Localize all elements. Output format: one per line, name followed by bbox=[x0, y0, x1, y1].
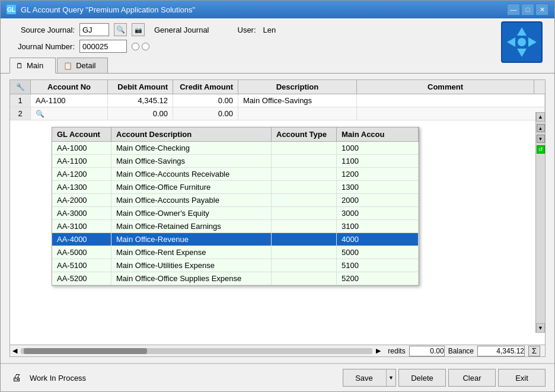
scroll-down-btn[interactable]: ▼ bbox=[536, 323, 545, 333]
clear-button[interactable]: Clear bbox=[448, 369, 496, 387]
vertical-scrollbar[interactable]: ▲ ▲ ▼ ↺ ▼ bbox=[535, 112, 545, 333]
radio-2[interactable] bbox=[142, 43, 149, 50]
save-dropdown-arrow[interactable]: ▼ bbox=[386, 369, 395, 386]
dropdown-row[interactable]: AA-1200 Main Office-Accounts Receivable … bbox=[52, 168, 419, 181]
dd-cell-main: 5200 bbox=[337, 272, 419, 285]
dd-cell-type bbox=[272, 155, 337, 167]
scroll-right-btn[interactable]: ▶ bbox=[374, 347, 383, 355]
tab-detail-label: Detail bbox=[76, 61, 95, 70]
dropdown-row[interactable]: AA-3100 Main Office-Retained Earnings 31… bbox=[52, 220, 419, 233]
source-journal-description: General Journal bbox=[154, 26, 209, 34]
grid-container: 🔧 Account No Debit Amount Credit Amount … bbox=[9, 79, 546, 357]
dropdown-row[interactable]: AA-2000 Main Office-Accounts Payable 200… bbox=[52, 194, 419, 207]
compass-center bbox=[518, 38, 526, 46]
grid-body: 1 AA-1100 4,345.12 0.00 Main Office-Savi… bbox=[10, 94, 545, 345]
cell-account-1[interactable]: AA-1100 bbox=[31, 94, 108, 107]
dropdown-row[interactable]: AA-3000 Main Office-Owner's Equity 3000 bbox=[52, 207, 419, 220]
footer-status: 🖨 Work In Process bbox=[9, 371, 338, 385]
dd-cell-main: 3100 bbox=[337, 220, 419, 232]
dd-cell-desc: Main Office-Rent Expense bbox=[111, 246, 272, 259]
account-dropdown[interactable]: GL Account Account Description Account T… bbox=[52, 127, 419, 286]
dd-cell-type bbox=[272, 272, 337, 285]
scroll-up-btn[interactable]: ▲ bbox=[536, 112, 545, 122]
dd-cell-type bbox=[272, 220, 337, 232]
title-bar: GL GL Account Query "Premium Application… bbox=[1, 1, 554, 18]
horizontal-scrollbar-area: ◀ ▶ redits Balance Σ bbox=[10, 345, 545, 356]
balance-section: redits Balance Σ bbox=[383, 346, 545, 356]
close-button[interactable]: ✕ bbox=[535, 4, 548, 15]
dd-cell-main: 3000 bbox=[337, 207, 419, 219]
dd-cell-desc: Main Office-Office Furniture bbox=[111, 181, 272, 193]
dd-cell-account: AA-5000 bbox=[52, 246, 111, 259]
balance-input[interactable] bbox=[477, 346, 525, 356]
tab-detail[interactable]: 📋 Detail bbox=[57, 58, 108, 73]
cell-account-2[interactable]: 🔍 bbox=[31, 107, 108, 120]
dd-cell-desc: Main Office-Accounts Payable bbox=[111, 194, 272, 206]
nav-compass[interactable] bbox=[501, 21, 543, 63]
delete-button[interactable]: Delete bbox=[398, 369, 446, 387]
save-label: Save bbox=[343, 374, 385, 383]
source-journal-browse-btn[interactable]: 📷 bbox=[132, 23, 145, 36]
cell-credit-1: 0.00 bbox=[173, 94, 238, 107]
dd-cell-account: AA-5100 bbox=[52, 259, 111, 272]
cell-debit-1: 4,345.12 bbox=[108, 94, 173, 107]
toolbar-row-1: Source Journal: 🔍 📷 General Journal User… bbox=[9, 23, 546, 36]
footer-buttons: Save ▼ Delete Clear Exit bbox=[343, 369, 546, 387]
maximize-button[interactable]: □ bbox=[521, 4, 534, 15]
radio-1[interactable] bbox=[132, 43, 139, 50]
dropdown-row[interactable]: AA-1000 Main Office-Checking 1000 bbox=[52, 142, 419, 155]
dd-cell-account: AA-1200 bbox=[52, 168, 111, 180]
dropdown-row[interactable]: AA-1100 Main Office-Savings 1100 bbox=[52, 155, 419, 168]
cell-credit-2: 0.00 bbox=[173, 107, 238, 120]
grid-header: 🔧 Account No Debit Amount Credit Amount … bbox=[10, 80, 545, 94]
dd-cell-main: 5000 bbox=[337, 246, 419, 259]
side-ctrl-down[interactable]: ▼ bbox=[537, 135, 545, 143]
app-icon: GL bbox=[7, 5, 16, 14]
save-button[interactable]: Save ▼ bbox=[343, 369, 396, 387]
balance-label: Balance bbox=[448, 347, 474, 355]
tab-detail-icon: 📋 bbox=[63, 62, 72, 70]
table-row[interactable]: 1 AA-1100 4,345.12 0.00 Main Office-Savi… bbox=[10, 94, 545, 107]
dd-cell-account: AA-3100 bbox=[52, 220, 111, 232]
scroll-left-btn[interactable]: ◀ bbox=[10, 347, 20, 355]
journal-number-input[interactable] bbox=[79, 40, 127, 53]
cell-rownum-2: 2 bbox=[10, 107, 31, 120]
sigma-button[interactable]: Σ bbox=[528, 346, 540, 356]
dd-cell-desc: Main Office-Checking bbox=[111, 142, 272, 154]
dropdown-row[interactable]: AA-1300 Main Office-Office Furniture 130… bbox=[52, 181, 419, 194]
dd-cell-type bbox=[272, 168, 337, 180]
nav-left-arrow[interactable] bbox=[507, 37, 515, 47]
table-row[interactable]: 2 🔍 0.00 0.00 bbox=[10, 107, 545, 120]
header-credit: Credit Amount bbox=[173, 80, 238, 94]
dd-cell-main: 5100 bbox=[337, 259, 419, 272]
side-ctrl-up[interactable]: ▲ bbox=[537, 124, 545, 132]
dd-cell-main: 1100 bbox=[337, 155, 419, 167]
dd-cell-main-selected: 4000 bbox=[337, 233, 419, 246]
source-journal-search-btn[interactable]: 🔍 bbox=[114, 23, 127, 36]
dd-cell-account: AA-3000 bbox=[52, 207, 111, 219]
dropdown-header: GL Account Account Description Account T… bbox=[52, 128, 419, 142]
dd-cell-type bbox=[272, 207, 337, 219]
dropdown-row[interactable]: AA-5200 Main Office-Office Supplies Expe… bbox=[52, 272, 419, 285]
tab-main[interactable]: 🗒 Main bbox=[9, 58, 56, 74]
source-journal-input[interactable] bbox=[79, 23, 109, 36]
nav-up-arrow[interactable] bbox=[517, 27, 527, 36]
nav-down-arrow[interactable] bbox=[517, 49, 527, 57]
credits-input[interactable] bbox=[409, 346, 445, 356]
dropdown-row[interactable]: AA-5100 Main Office-Utilities Expense 51… bbox=[52, 259, 419, 272]
dd-header-main: Main Accou bbox=[337, 128, 419, 141]
exit-button[interactable]: Exit bbox=[498, 369, 546, 387]
window-controls: — □ ✕ bbox=[507, 4, 548, 15]
tab-main-label: Main bbox=[27, 61, 43, 70]
dd-cell-desc-selected: Main Office-Revenue bbox=[111, 233, 272, 246]
dropdown-row-selected[interactable]: AA-4000 Main Office-Revenue 4000 bbox=[52, 233, 419, 246]
minimize-button[interactable]: — bbox=[507, 4, 520, 15]
dropdown-row[interactable]: AA-5000 Main Office-Rent Expense 5000 bbox=[52, 246, 419, 259]
dd-cell-desc: Main Office-Utilities Expense bbox=[111, 259, 272, 272]
print-icon[interactable]: 🖨 bbox=[9, 371, 24, 385]
nav-right-arrow[interactable] bbox=[528, 37, 537, 47]
side-ctrl-refresh[interactable]: ↺ bbox=[537, 145, 545, 154]
main-window: GL GL Account Query "Premium Application… bbox=[0, 0, 555, 392]
radio-group bbox=[132, 43, 149, 50]
dd-cell-account: AA-1300 bbox=[52, 181, 111, 193]
